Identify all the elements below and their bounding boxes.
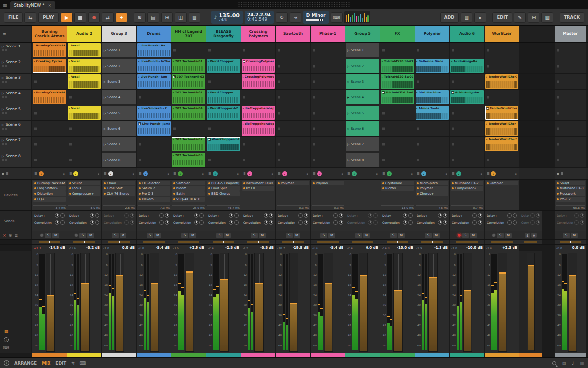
clip[interactable]: ▸707 TechnoHi-03 (172, 153, 205, 167)
scene-play-icon[interactable]: ▷ (2, 138, 4, 142)
fader-handle[interactable] (528, 265, 534, 266)
group-scene-slot[interactable]: ▷Scene 1 (102, 43, 136, 57)
scene-play-icon[interactable]: ▷ (2, 123, 4, 126)
send-level-knob[interactable] (368, 220, 372, 225)
clip-slot[interactable] (415, 137, 449, 152)
stop-icon[interactable]: ▪ (481, 172, 482, 175)
clip-slot[interactable]: ▸BurningCrackleAt (32, 90, 67, 105)
file-menu-button[interactable]: FILE (4, 12, 23, 23)
clip-slot[interactable] (415, 74, 449, 89)
solo-button[interactable]: S (320, 233, 327, 238)
send-pan-knob[interactable] (443, 213, 447, 218)
send-level-knob[interactable] (333, 220, 338, 225)
volume-value[interactable]: +2.3 dB (502, 246, 517, 250)
instrument-icon[interactable]: ♩ (39, 171, 44, 176)
send-level-knob[interactable] (159, 213, 164, 218)
scene-launcher[interactable]: ▷Scene 8 (0, 152, 31, 167)
group-scene-slot[interactable]: ▷Scene 6 (102, 121, 136, 136)
send-pan-knob[interactable] (443, 220, 447, 225)
device[interactable]: Multiband FX-2 (451, 181, 483, 185)
volume-fader[interactable] (324, 253, 333, 352)
pan-slider[interactable] (74, 241, 95, 243)
send-pan-knob[interactable] (60, 220, 65, 225)
solo-button[interactable]: S (286, 233, 293, 238)
track-header[interactable]: BLEASS Dragonfly (206, 26, 241, 42)
device[interactable]: Crystalline (381, 181, 414, 185)
clip-slot[interactable] (311, 58, 345, 73)
device-enable-dot[interactable] (208, 193, 210, 195)
list-icon[interactable]: ≣ (313, 172, 316, 176)
send-level-knob[interactable] (530, 213, 535, 218)
clip[interactable]: ▸707 TechnoHi-04 (172, 106, 205, 120)
device[interactable]: Presswerk (556, 191, 585, 196)
clip-slot[interactable] (276, 137, 310, 152)
clip-slot[interactable] (276, 58, 310, 73)
clip-slot[interactable]: ▸Creaking Cycles (32, 58, 67, 73)
scene-play-icon[interactable]: ▷ (2, 45, 4, 48)
mix-view-button[interactable]: MIX (42, 361, 50, 366)
clip-slot[interactable] (241, 90, 275, 105)
clip[interactable]: ▸Bird Machine (416, 90, 449, 104)
group-scene-slot[interactable]: ▷Scene 5 (102, 106, 136, 120)
scene-launcher[interactable]: ▷Scene 6 (0, 121, 31, 136)
device-enable-dot[interactable] (104, 187, 106, 189)
track-header[interactable]: Polymer (415, 26, 449, 42)
device[interactable]: Instrument Layer (242, 181, 274, 185)
send-level-knob[interactable] (333, 213, 338, 218)
device[interactable]: Focus (68, 186, 100, 191)
play-button[interactable]: ▶ (61, 12, 73, 23)
master-clip-slot[interactable] (555, 105, 586, 120)
clip[interactable]: ▶TenderWurliChor1 (485, 106, 518, 120)
shuffle-icon[interactable]: ⇆ (71, 361, 75, 366)
volume-value[interactable]: 0.0 dB (122, 246, 135, 250)
clip-slot[interactable] (380, 121, 415, 136)
automation-icon[interactable]: ≋ (9, 233, 12, 238)
browser-panel-icon[interactable]: ▤ (562, 361, 566, 366)
volume-fader[interactable] (115, 253, 124, 352)
volume-value[interactable]: -19.8 dB (293, 246, 309, 250)
send-level-knob[interactable] (438, 220, 442, 225)
clip[interactable]: ▸Vocal (68, 74, 101, 89)
clip-slot[interactable]: ▸707 TechnoHi-01 (172, 58, 206, 73)
list-icon[interactable]: ≣ (452, 172, 455, 176)
master-clip-slot[interactable] (555, 137, 586, 152)
clip[interactable]: ▶TolchaMS20 Sw03 (381, 90, 414, 104)
track-header[interactable]: Sawtooth (276, 26, 310, 42)
clip-slot[interactable]: ▸Ballerina Birds (415, 58, 449, 73)
grid-icon[interactable]: ⊞ (161, 12, 173, 23)
list-icon[interactable]: ≣ (561, 172, 564, 176)
clip-slot[interactable]: ▸dieTreppeherabsp3 (241, 121, 275, 136)
project-tab[interactable]: StabilityNEW * × (10, 1, 55, 9)
pan-slider[interactable] (421, 241, 443, 243)
device[interactable]: Polymer (312, 181, 344, 185)
clip-slot[interactable] (32, 121, 67, 136)
clip-slot[interactable]: ▶707 TechnoHi-02 (172, 74, 206, 89)
device-enable-dot[interactable] (69, 193, 71, 195)
pan-slider[interactable] (178, 241, 199, 243)
record-arm-button[interactable] (457, 233, 461, 237)
clip-slot[interactable]: ▸BurningCrackleAt (32, 43, 67, 58)
clip-slot[interactable]: ▶TolchaMS20 Sw03 (380, 90, 415, 105)
clip-slot[interactable] (450, 74, 484, 89)
clip[interactable]: ▸TenderWurliChor 1 (485, 121, 518, 136)
clip[interactable]: ▸Atmos Tools (416, 106, 449, 120)
device-enable-dot[interactable] (557, 198, 559, 200)
device[interactable]: Richter (381, 186, 414, 191)
clip[interactable]: ▸Vocal (68, 59, 101, 73)
fader-handle[interactable] (47, 295, 54, 296)
list-icon[interactable]: ≣ (417, 172, 420, 176)
fader-handle[interactable] (81, 283, 89, 284)
send-level-knob[interactable] (368, 213, 372, 218)
clip[interactable]: ▶CrossingPolymers (242, 59, 275, 73)
master-clip-slot[interactable] (555, 43, 586, 58)
record-arm-button[interactable] (74, 233, 78, 237)
pan-slider[interactable] (39, 241, 60, 243)
clip-grid-icon[interactable]: ▦ (4, 329, 9, 334)
send-level-knob[interactable] (194, 220, 198, 225)
clip-slot[interactable]: ▸707 TechnoHi-02 (172, 137, 206, 152)
clip-slot[interactable] (311, 137, 345, 152)
clip-slot[interactable] (450, 152, 484, 167)
group-scene-slot[interactable]: ▷Scene 1 (346, 43, 379, 57)
mute-button[interactable]: M (505, 233, 512, 238)
pan-slider[interactable] (108, 241, 130, 243)
